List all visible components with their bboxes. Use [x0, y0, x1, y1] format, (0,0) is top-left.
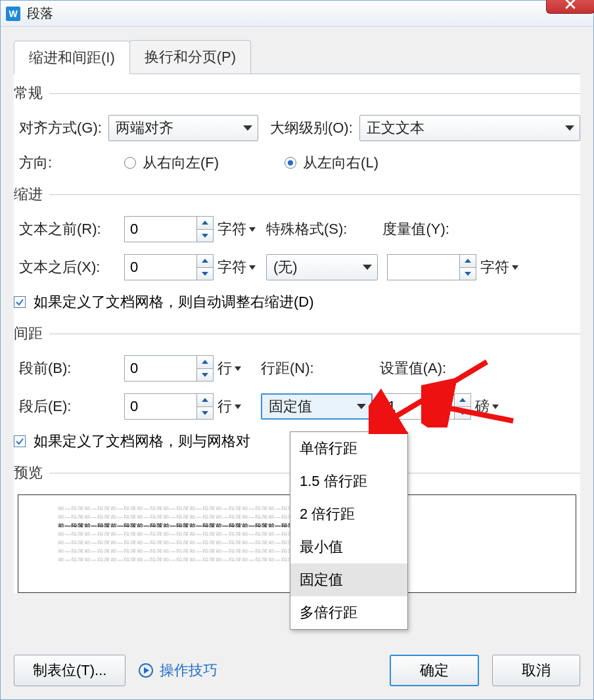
close-button[interactable]: [546, 0, 594, 14]
measure-input[interactable]: [387, 254, 459, 280]
tab-page-break[interactable]: 换行和分页(P): [129, 40, 251, 74]
tab-bar: 缩进和间距(I) 换行和分页(P): [14, 40, 580, 74]
alignment-label: 对齐方式(G):: [19, 118, 102, 138]
spin-down[interactable]: [197, 369, 213, 382]
measure-label: 度量值(Y):: [382, 219, 449, 239]
legend-indent-text: 缩进: [14, 185, 43, 204]
legend-indent: 缩进: [14, 185, 580, 204]
measure-spinner[interactable]: [387, 254, 476, 280]
check-auto-adjust[interactable]: 如果定义了文档网格，则自动调整右缩进(D): [14, 292, 580, 312]
dropdown-option[interactable]: 最小值: [290, 531, 407, 563]
indent-before-spinner[interactable]: [124, 216, 214, 242]
indent-after-input[interactable]: [124, 254, 196, 280]
spin-up[interactable]: [455, 394, 470, 407]
dropdown-option[interactable]: 多倍行距: [290, 596, 407, 629]
chevron-down-icon: [243, 125, 252, 131]
radio-rtl[interactable]: 从右向左(F): [124, 153, 219, 173]
direction-label: 方向:: [19, 153, 118, 173]
legend-spacing: 间距: [14, 324, 580, 343]
outline-value: 正文文本: [367, 118, 424, 138]
special-value: (无): [273, 257, 298, 277]
line-spacing-label: 行距(N):: [261, 359, 314, 378]
indent-before-label: 文本之前(R):: [19, 219, 118, 239]
chevron-down-icon: [249, 227, 256, 232]
spin-down[interactable]: [460, 268, 476, 280]
line-spacing-dropdown[interactable]: 单倍行距 1.5 倍行距 2 倍行距 最小值 固定值 多倍行距: [290, 431, 408, 630]
spin-up[interactable]: [197, 217, 213, 230]
dialog-footer: 制表位(T)... 操作技巧 确定 取消: [14, 655, 580, 686]
set-value-input[interactable]: [382, 393, 454, 420]
tab-indent-spacing[interactable]: 缩进和间距(I): [14, 41, 130, 74]
app-icon: W: [6, 7, 20, 21]
legend-general: 常规: [14, 83, 580, 103]
spin-up[interactable]: [460, 255, 476, 268]
set-value-label: 设置值(A):: [380, 359, 446, 378]
spacing-after-spinner[interactable]: [124, 393, 214, 420]
outline-label: 大纲级别(O):: [270, 118, 353, 138]
indent-before-input[interactable]: [124, 216, 196, 242]
radio-icon: [285, 157, 296, 169]
spacing-after-label: 段后(E):: [19, 397, 118, 416]
spin-down[interactable]: [197, 268, 213, 280]
chevron-down-icon: [235, 366, 241, 371]
chevron-down-icon: [235, 405, 241, 409]
spin-down[interactable]: [197, 230, 213, 242]
outline-select[interactable]: 正文文本: [359, 115, 580, 141]
radio-icon: [124, 157, 136, 169]
unit-pt[interactable]: 磅: [475, 397, 499, 416]
window-title: 段落: [27, 5, 53, 22]
unit-char[interactable]: 字符: [217, 219, 256, 239]
play-circle-icon: [139, 663, 153, 678]
checkbox-icon: [14, 435, 26, 447]
checkbox-icon: [14, 296, 26, 308]
dropdown-option[interactable]: 1.5 倍行距: [290, 465, 407, 498]
spin-down[interactable]: [197, 407, 213, 420]
spacing-before-spinner[interactable]: [124, 355, 214, 382]
radio-rtl-label: 从右向左(F): [143, 153, 219, 173]
dropdown-option[interactable]: 单倍行距: [290, 432, 407, 465]
chevron-down-icon: [249, 265, 256, 270]
special-select[interactable]: (无): [266, 254, 378, 280]
check-snap-grid-label: 如果定义了文档网格，则与网格对: [34, 431, 250, 451]
spacing-before-input[interactable]: [124, 355, 196, 382]
legend-spacing-text: 间距: [14, 324, 43, 343]
legend-general-text: 常规: [14, 83, 43, 103]
spin-up[interactable]: [197, 255, 213, 268]
unit-line[interactable]: 行: [217, 359, 241, 378]
indent-after-spinner[interactable]: [124, 254, 214, 280]
indent-after-label: 文本之后(X):: [19, 257, 118, 277]
group-general: 常规 对齐方式(G): 两端对齐 大纲级别(O): 正文文本 方向:: [14, 83, 580, 173]
chevron-down-icon: [565, 125, 574, 131]
tabs-button[interactable]: 制表位(T)...: [14, 655, 126, 686]
chevron-down-icon: [512, 265, 518, 270]
spin-down[interactable]: [455, 407, 470, 420]
titlebar: W 段落: [1, 1, 593, 27]
cancel-button[interactable]: 取消: [492, 655, 580, 686]
dropdown-option[interactable]: 2 倍行距: [290, 498, 407, 531]
radio-ltr[interactable]: 从左向右(L): [285, 153, 378, 173]
tips-label: 操作技巧: [160, 661, 217, 680]
line-spacing-value: 固定值: [269, 397, 312, 416]
spin-up[interactable]: [197, 356, 213, 369]
spin-up[interactable]: [197, 394, 213, 407]
unit-char[interactable]: 字符: [480, 257, 518, 277]
unit-char[interactable]: 字符: [217, 257, 256, 277]
special-label: 特殊格式(S):: [266, 219, 347, 239]
unit-line[interactable]: 行: [217, 397, 241, 416]
line-spacing-select[interactable]: 固定值: [261, 393, 373, 420]
ok-button[interactable]: 确定: [390, 655, 479, 686]
set-value-spinner[interactable]: [382, 393, 471, 420]
check-auto-adjust-label: 如果定义了文档网格，则自动调整右缩进(D): [34, 292, 314, 312]
paragraph-dialog: W 段落 缩进和间距(I) 换行和分页(P) 常规 对齐方式(G): 两端对齐: [0, 0, 594, 700]
alignment-select[interactable]: 两端对齐: [108, 115, 258, 141]
spacing-before-label: 段前(B):: [19, 359, 118, 378]
alignment-value: 两端对齐: [116, 118, 173, 138]
spacing-after-input[interactable]: [124, 393, 196, 420]
tips-link[interactable]: 操作技巧: [139, 661, 217, 680]
legend-preview-text: 预览: [14, 463, 43, 483]
dropdown-option-selected[interactable]: 固定值: [290, 563, 407, 596]
radio-ltr-label: 从左向右(L): [303, 153, 378, 173]
close-icon: [564, 0, 576, 10]
group-indent: 缩进 文本之前(R): 字符 特殊格式(S): 度量值(Y): 文本之后(X):: [14, 185, 580, 312]
chevron-down-icon: [357, 404, 366, 409]
